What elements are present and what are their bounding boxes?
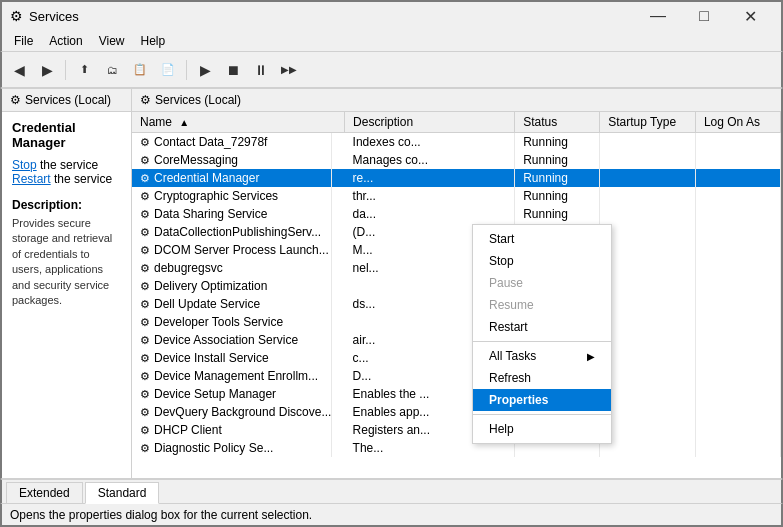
service-startup-cell: [600, 421, 696, 439]
service-logon-cell: [695, 367, 780, 385]
context-menu-item-properties[interactable]: Properties: [473, 389, 611, 411]
services-table-container[interactable]: Name ▲ Description Status Startup Type L…: [132, 112, 781, 473]
service-name-cell: ⚙DHCP Client: [132, 421, 332, 439]
minimize-button[interactable]: —: [635, 1, 681, 31]
context-menu-item-help[interactable]: Help: [473, 418, 611, 440]
toolbar-forward[interactable]: ▶: [34, 57, 60, 83]
stop-text: the service: [40, 158, 98, 172]
service-startup-cell: [600, 367, 696, 385]
context-menu-item-refresh[interactable]: Refresh: [473, 367, 611, 389]
service-startup-cell: [600, 187, 696, 205]
service-startup-cell: [600, 277, 696, 295]
service-desc-cell: da...: [345, 205, 515, 223]
service-startup-cell: [600, 241, 696, 259]
table-row[interactable]: ⚙Data Sharing Serviceda...Running: [132, 205, 781, 223]
table-row[interactable]: ⚙DevQuery Background Discove...Enables a…: [132, 403, 781, 421]
col-header-name[interactable]: Name ▲: [132, 112, 345, 133]
service-logon-cell: [695, 403, 780, 421]
table-row[interactable]: ⚙Device Association Serviceair...Running: [132, 331, 781, 349]
toolbar-map[interactable]: 📋: [127, 57, 153, 83]
table-row[interactable]: ⚙debugregsvcnel...: [132, 259, 781, 277]
close-button[interactable]: ✕: [727, 1, 773, 31]
left-panel-header: ⚙ Services (Local): [2, 89, 131, 112]
service-name-cell: ⚙DCOM Server Process Launch...: [132, 241, 332, 259]
service-name-cell: ⚙Cryptographic Services: [132, 187, 332, 205]
table-row[interactable]: ⚙DCOM Server Process Launch...M...Runnin…: [132, 241, 781, 259]
table-row[interactable]: ⚙Delivery Optimization: [132, 277, 781, 295]
stop-link[interactable]: Stop: [12, 158, 37, 172]
tab-extended[interactable]: Extended: [6, 482, 83, 503]
service-startup-cell: [600, 349, 696, 367]
table-row[interactable]: ⚙Cryptographic Servicesthr...Running: [132, 187, 781, 205]
menu-action[interactable]: Action: [41, 32, 90, 50]
toolbar-up[interactable]: ⬆: [71, 57, 97, 83]
table-header-row: Name ▲ Description Status Startup Type L…: [132, 112, 781, 133]
service-status-cell: Running: [515, 151, 600, 169]
context-menu-item-all-tasks[interactable]: All Tasks▶: [473, 345, 611, 367]
service-startup-cell: [600, 205, 696, 223]
col-header-status[interactable]: Status: [515, 112, 600, 133]
service-desc-cell: Manages co...: [345, 151, 515, 169]
service-name-cell: ⚙Credential Manager: [132, 169, 332, 187]
table-row[interactable]: ⚙Diagnostic Policy Se...The...: [132, 439, 781, 457]
menu-file[interactable]: File: [6, 32, 41, 50]
toolbar-restart[interactable]: ▶▶: [276, 57, 302, 83]
menu-help[interactable]: Help: [133, 32, 174, 50]
maximize-button[interactable]: □: [681, 1, 727, 31]
toolbar-export[interactable]: 📄: [155, 57, 181, 83]
table-row[interactable]: ⚙Dell Update Serviceds...Running: [132, 295, 781, 313]
table-row[interactable]: ⚙DataCollectionPublishingServ...(D...: [132, 223, 781, 241]
table-row[interactable]: ⚙Device Install Servicec...: [132, 349, 781, 367]
tab-standard[interactable]: Standard: [85, 482, 160, 504]
service-name-cell: ⚙Dell Update Service: [132, 295, 332, 313]
context-menu: StartStopPauseResumeRestartAll Tasks▶Ref…: [472, 224, 612, 444]
service-startup-cell: [600, 331, 696, 349]
service-logon-cell: [695, 331, 780, 349]
service-desc-cell: re...: [345, 169, 515, 187]
service-logon-cell: [695, 349, 780, 367]
right-panel-header: ⚙ Services (Local): [132, 89, 781, 112]
toolbar-back[interactable]: ◀: [6, 57, 32, 83]
service-logon-cell: [695, 241, 780, 259]
table-row[interactable]: ⚙Developer Tools Service: [132, 313, 781, 331]
col-header-startup[interactable]: Startup Type: [600, 112, 696, 133]
context-menu-item-pause: Pause: [473, 272, 611, 294]
service-status-cell: Running: [515, 169, 600, 187]
table-row[interactable]: ⚙Contact Data_72978fIndexes co...Running: [132, 133, 781, 152]
desc-text: Provides secure storage and retrieval of…: [12, 216, 121, 308]
service-name-cell: ⚙Developer Tools Service: [132, 313, 332, 331]
restart-link[interactable]: Restart: [12, 172, 51, 186]
table-row[interactable]: ⚙CoreMessagingManages co...Running: [132, 151, 781, 169]
submenu-arrow-icon: ▶: [587, 351, 595, 362]
left-panel-title: Services (Local): [25, 93, 111, 107]
col-header-desc[interactable]: Description: [345, 112, 515, 133]
service-name-cell: ⚙Delivery Optimization: [132, 277, 332, 295]
table-row[interactable]: ⚙DHCP ClientRegisters an...Running: [132, 421, 781, 439]
table-row[interactable]: ⚙Device Setup ManagerEnables the ...: [132, 385, 781, 403]
service-startup-cell: [600, 133, 696, 152]
service-links: Stop the service Restart the service: [12, 158, 121, 186]
context-menu-item-stop[interactable]: Stop: [473, 250, 611, 272]
toolbar-stop[interactable]: ⏹: [220, 57, 246, 83]
service-name: Credential Manager: [12, 120, 121, 150]
service-startup-cell: [600, 223, 696, 241]
service-name-cell: ⚙Data Sharing Service: [132, 205, 332, 223]
context-menu-item-restart[interactable]: Restart: [473, 316, 611, 338]
table-row[interactable]: ⚙Device Management Enrollm...D...: [132, 367, 781, 385]
col-header-logon[interactable]: Log On As: [695, 112, 780, 133]
context-menu-separator: [473, 414, 611, 415]
service-startup-cell: [600, 295, 696, 313]
service-name-cell: ⚙CoreMessaging: [132, 151, 332, 169]
service-logon-cell: [695, 205, 780, 223]
toolbar-show-hide[interactable]: 🗂: [99, 57, 125, 83]
toolbar-start[interactable]: ▶: [192, 57, 218, 83]
service-logon-cell: [695, 223, 780, 241]
toolbar-pause[interactable]: ⏸: [248, 57, 274, 83]
service-desc-cell: Indexes co...: [345, 133, 515, 152]
table-row[interactable]: ⚙Credential Managerre...Running: [132, 169, 781, 187]
service-startup-cell: [600, 385, 696, 403]
service-startup-cell: [600, 439, 696, 457]
restart-text: the service: [54, 172, 112, 186]
context-menu-item-start[interactable]: Start: [473, 228, 611, 250]
menu-view[interactable]: View: [91, 32, 133, 50]
